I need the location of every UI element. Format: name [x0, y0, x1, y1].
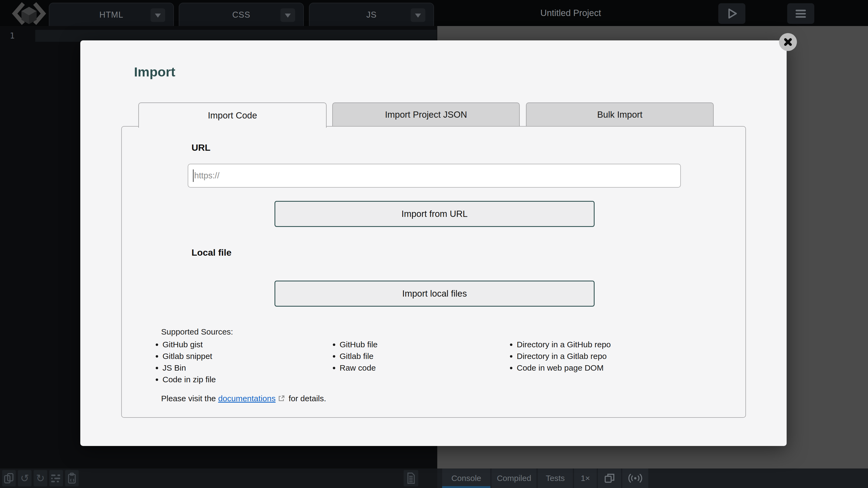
undo-icon: ↺ [20, 472, 29, 484]
css-language-dropdown[interactable] [280, 8, 295, 22]
copy-icon [3, 472, 15, 484]
import-modal: Import Import Code Import Project JSON B… [80, 40, 786, 446]
text-caret [193, 169, 194, 182]
broadcast-button[interactable] [622, 468, 648, 488]
local-file-label: Local file [191, 247, 231, 258]
tab-bulk-import-label: Bulk Import [597, 109, 643, 120]
external-link-icon [278, 395, 285, 402]
editor-tools-bar: ↺ ↻ [0, 468, 437, 488]
caret-down-icon [415, 13, 421, 21]
tab-console-label: Console [452, 474, 481, 483]
livecodes-logo-icon[interactable] [11, 1, 47, 25]
redo-button[interactable]: ↻ [34, 470, 47, 486]
url-input[interactable] [188, 164, 681, 188]
modal-close-button[interactable] [779, 33, 797, 51]
open-result-window-button[interactable] [598, 468, 621, 488]
supported-sources-heading: Supported Sources: [161, 327, 233, 336]
broadcast-icon [628, 472, 642, 484]
tab-import-project-json[interactable]: Import Project JSON [332, 102, 520, 126]
run-button[interactable] [718, 3, 745, 24]
modal-title: Import [134, 64, 175, 79]
close-icon [783, 37, 793, 47]
source-list-item: Gitlab file [340, 350, 378, 362]
docs-note: Please visit the documentations for deta… [161, 394, 326, 403]
js-language-dropdown[interactable] [411, 8, 425, 22]
docs-note-suffix: for details. [289, 394, 326, 403]
source-list-item: GitHub file [340, 338, 378, 350]
source-list-item: Gitlab snippet [162, 350, 216, 362]
tab-tests[interactable]: Tests [538, 468, 573, 488]
play-icon [725, 6, 739, 21]
tab-bulk-import[interactable]: Bulk Import [526, 102, 714, 126]
top-bar: HTML CSS JS Untitled Project [0, 0, 868, 26]
editor-tab-html-label: HTML [99, 10, 123, 20]
format-code-button[interactable] [50, 470, 63, 486]
tab-import-project-json-label: Import Project JSON [385, 109, 467, 120]
tab-import-code[interactable]: Import Code [138, 102, 327, 128]
source-list-item: Directory in a GitHub repo [517, 338, 611, 350]
editor-tab-js-label: JS [366, 10, 376, 20]
tab-compiled[interactable]: Compiled [492, 468, 536, 488]
tab-compiled-label: Compiled [497, 474, 531, 483]
result-zoom-button[interactable]: 1× [574, 468, 597, 488]
clipboard-icon [66, 472, 77, 485]
new-window-icon [603, 472, 616, 484]
html-language-dropdown[interactable] [151, 8, 165, 22]
documentations-link[interactable]: documentations [218, 394, 276, 403]
copy-as-snippet-button[interactable] [65, 470, 79, 486]
redo-icon: ↻ [36, 472, 45, 484]
tab-import-code-label: Import Code [208, 110, 257, 121]
docs-note-prefix: Please visit the [161, 394, 216, 403]
import-from-url-button[interactable]: Import from URL [275, 201, 595, 227]
editor-line-number: 1 [10, 31, 14, 40]
format-icon [50, 473, 62, 484]
source-list-item: Code in web page DOM [517, 362, 611, 373]
document-icon [406, 472, 416, 485]
editor-settings-button[interactable] [404, 470, 418, 486]
url-label: URL [191, 142, 211, 153]
editor-tab-css-label: CSS [232, 10, 250, 20]
supported-sources-column-3: Directory in a GitHub repoDirectory in a… [506, 338, 611, 373]
result-tools-bar: Console Compiled Tests 1× [437, 468, 868, 488]
project-title[interactable]: Untitled Project [517, 0, 625, 26]
caret-down-icon [285, 13, 291, 21]
editor-tab-css[interactable]: CSS [179, 3, 304, 27]
result-zoom-label: 1× [581, 474, 590, 483]
undo-button[interactable]: ↺ [18, 470, 31, 486]
source-list-item: JS Bin [162, 362, 216, 373]
source-list-item: Directory in a Gitlab repo [517, 350, 611, 362]
tab-console[interactable]: Console [442, 468, 490, 488]
supported-sources-column-2: GitHub fileGitlab fileRaw code [329, 338, 378, 373]
editor-tab-js[interactable]: JS [309, 3, 434, 27]
editor-current-line [35, 30, 437, 42]
tab-tests-label: Tests [546, 474, 565, 483]
source-list-item: GitHub gist [162, 338, 216, 350]
source-list-item: Code in zip file [162, 373, 216, 385]
caret-down-icon [155, 13, 161, 21]
import-local-files-button[interactable]: Import local files [275, 281, 595, 306]
editor-tab-html[interactable]: HTML [49, 3, 174, 27]
import-code-panel: URL Import from URL Local file Import lo… [121, 126, 746, 418]
hamburger-icon [794, 8, 808, 20]
source-list-item: Raw code [340, 362, 378, 373]
supported-sources-column-1: GitHub gistGitlab snippetJS BinCode in z… [152, 338, 216, 385]
livecodes-app: HTML CSS JS Untitled Project [0, 0, 868, 488]
app-menu-button[interactable] [787, 3, 814, 24]
copy-button[interactable] [2, 470, 16, 486]
